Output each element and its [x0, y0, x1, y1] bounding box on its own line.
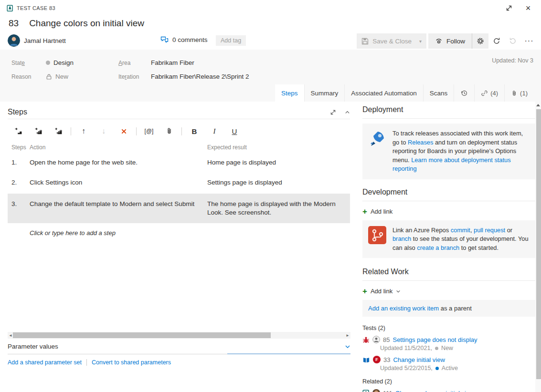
bold-button[interactable]: B: [189, 126, 200, 136]
step-number: 1.: [11, 158, 30, 169]
iteration-value[interactable]: Fabrikam Fiber\Release 2\Sprint 2: [151, 73, 249, 80]
parameter-values-header: Parameter values: [8, 343, 350, 354]
add-step-placeholder[interactable]: Click or type here to add a step: [8, 223, 350, 237]
add-existing-work-item-link[interactable]: Add an existing work item: [368, 305, 439, 312]
divider: [181, 127, 182, 135]
state-dot: [435, 347, 438, 350]
save-icon: [361, 38, 369, 45]
step-action-cell[interactable]: Click Settings icon: [30, 178, 207, 189]
scroll-right-arrow-icon[interactable]: ►: [345, 333, 350, 338]
work-item-link[interactable]: Change colors on initial view: [395, 390, 474, 392]
move-step-down-button[interactable]: ↓: [98, 126, 109, 136]
step-row-2[interactable]: 2. Click Settings icon Settings page is …: [8, 174, 350, 194]
step-number: 3.: [11, 200, 30, 217]
save-options-caret-icon[interactable]: ▾: [419, 39, 422, 44]
development-add-link-button[interactable]: + Add link: [362, 207, 535, 216]
insert-step-button[interactable]: [12, 126, 24, 136]
work-item-meta: Updated 11/5/2021, New: [380, 345, 535, 351]
divider: [86, 359, 87, 366]
col-expected: Expected result: [207, 144, 346, 151]
test-item-33: F 33 Change initial view Updated 5/22/20…: [362, 356, 535, 371]
state-dot: [46, 61, 50, 65]
col-steps: Steps: [11, 144, 30, 151]
vertical-scrollbar[interactable]: [535, 102, 541, 392]
insert-step-icon: [14, 127, 22, 135]
expand-steps-icon[interactable]: [330, 109, 336, 115]
development-info-box: Link an Azure Repos commit, pull request…: [362, 220, 535, 258]
tab-attachments[interactable]: (1): [504, 84, 534, 102]
settings-button[interactable]: [472, 33, 488, 49]
work-item-link[interactable]: Settings page does not display: [392, 336, 477, 343]
more-options-button[interactable]: ···: [521, 33, 537, 49]
close-icon[interactable]: ×: [524, 4, 532, 12]
state-label: State: [11, 60, 46, 66]
undo-button[interactable]: [505, 33, 521, 49]
attach-button[interactable]: [163, 126, 175, 136]
steps-header: Steps: [0, 102, 356, 118]
updated-date: Updated: Nov 3: [492, 57, 533, 64]
step-expected-cell[interactable]: Settings page is displayed: [207, 178, 346, 189]
underline-button[interactable]: U: [229, 126, 240, 136]
mention-button[interactable]: [@]: [143, 126, 155, 136]
delete-step-button[interactable]: [118, 126, 129, 136]
pull-request-link[interactable]: pull request: [474, 227, 505, 234]
area-value[interactable]: Fabrikam Fiber: [151, 59, 249, 66]
steps-toolbar: ↑ ↓ [@] B I U: [0, 119, 356, 139]
save-and-close-button[interactable]: Save & Close ▾: [357, 33, 426, 49]
step-row-3-selected[interactable]: 3. Change the default template to Modern…: [8, 194, 350, 223]
add-parent-box: Add an existing work item as a parent: [362, 300, 535, 317]
step-action-cell[interactable]: Open the home page for the web site.: [30, 158, 207, 169]
step-row-1[interactable]: 1. Open the home page for the web site. …: [8, 154, 350, 174]
collapse-steps-icon[interactable]: [345, 110, 350, 115]
step-action-cell[interactable]: Change the default template to Modern an…: [30, 200, 207, 217]
related-work-add-link-button[interactable]: + Add link: [362, 287, 535, 295]
convert-to-shared-parameters-link[interactable]: Convert to shared parameters: [92, 359, 171, 366]
scroll-up-arrow-icon[interactable]: [535, 102, 541, 108]
steps-section-title: Steps: [8, 108, 27, 116]
related-group-label: Related (2): [362, 378, 535, 385]
state-value[interactable]: Design: [46, 59, 118, 66]
releases-link[interactable]: Releases: [408, 139, 433, 146]
step-expected-cell[interactable]: The home page is displayed with the Mode…: [207, 200, 346, 217]
work-item-link[interactable]: Change initial view: [393, 356, 445, 363]
tab-steps[interactable]: Steps: [275, 84, 304, 102]
follow-icon: [435, 38, 443, 45]
step-expected-cell[interactable]: Home page is displayed: [207, 158, 346, 169]
tab-associated-automation[interactable]: Associated Automation: [344, 84, 423, 102]
add-tag-button[interactable]: Add tag: [216, 35, 246, 46]
assignee-name: Jamal Hartnett: [24, 37, 66, 44]
expand-parameters-chevron-icon[interactable]: [345, 344, 350, 350]
add-shared-parameter-set-link[interactable]: Add a shared parameter set: [8, 359, 82, 366]
tab-links[interactable]: (4): [474, 84, 504, 102]
comments-icon: [160, 36, 169, 43]
divider: [227, 353, 350, 354]
dialog-titlebar: TEST CASE 83 ×: [0, 0, 541, 14]
comments-button[interactable]: 0 comments: [160, 36, 208, 43]
reason-value[interactable]: New: [46, 73, 118, 80]
attachments-count: (1): [520, 90, 528, 97]
work-item-title[interactable]: Change colors on initial view: [29, 18, 144, 29]
refresh-button[interactable]: [488, 33, 505, 49]
insert-shared-steps-icon: [34, 127, 42, 135]
expand-dialog-icon[interactable]: [505, 4, 513, 12]
branch-link[interactable]: branch: [392, 235, 411, 242]
add-shared-step-button[interactable]: [53, 126, 64, 136]
tab-scans[interactable]: Scans: [423, 84, 454, 102]
tab-summary[interactable]: Summary: [304, 84, 345, 102]
move-step-up-button[interactable]: ↑: [78, 126, 89, 136]
commit-link[interactable]: commit: [451, 227, 470, 234]
paperclip-icon: [511, 90, 518, 97]
follow-button[interactable]: Follow: [428, 33, 472, 49]
assigned-to[interactable]: Jamal Hartnett: [8, 34, 66, 47]
create-branch-link[interactable]: create a branch: [417, 244, 459, 251]
deployment-section-title: Deployment: [362, 105, 535, 114]
horizontal-scrollbar[interactable]: ◄ ►: [8, 332, 350, 339]
tab-history[interactable]: [454, 84, 474, 102]
italic-button[interactable]: I: [209, 126, 220, 136]
horizontal-scrollbar-thumb[interactable]: [13, 332, 271, 338]
insert-shared-steps-button[interactable]: [32, 126, 44, 136]
avatar: [8, 34, 20, 47]
history-icon: [460, 89, 468, 97]
work-item-id: 111: [383, 390, 392, 392]
vertical-scrollbar-thumb[interactable]: [536, 109, 541, 379]
